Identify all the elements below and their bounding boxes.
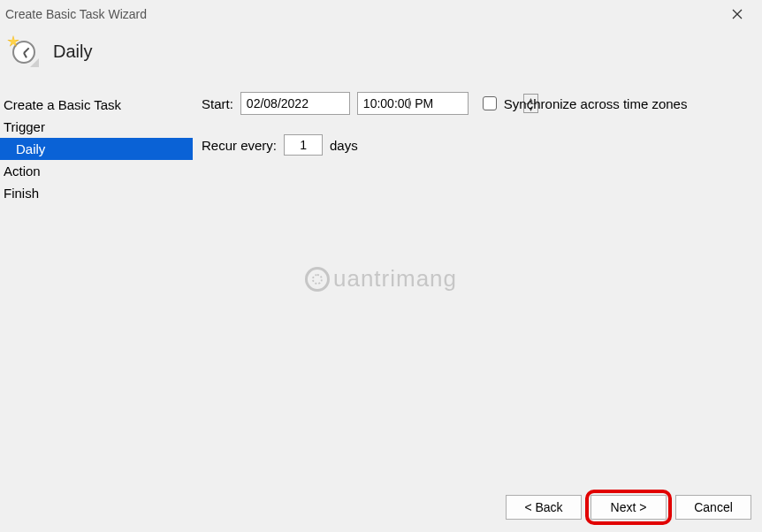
close-button[interactable] bbox=[720, 2, 755, 27]
wizard-header: Daily bbox=[0, 28, 762, 92]
next-button-highlight: Next > bbox=[591, 495, 667, 520]
sidebar-item-finish[interactable]: Finish bbox=[0, 182, 193, 204]
recur-unit: days bbox=[330, 138, 358, 153]
page-title: Daily bbox=[53, 42, 92, 62]
sync-checkbox[interactable] bbox=[483, 96, 497, 110]
titlebar: Create Basic Task Wizard bbox=[0, 0, 762, 28]
back-button[interactable]: < Back bbox=[506, 495, 582, 520]
wizard-sidebar: Create a Basic Task Trigger Daily Action… bbox=[0, 92, 193, 465]
cancel-button[interactable]: Cancel bbox=[675, 495, 751, 520]
calendar-icon bbox=[408, 98, 410, 109]
recur-label: Recur every: bbox=[202, 138, 277, 153]
wizard-content: Start: ▾ ▲ ▼ Synchronize across time zon… bbox=[193, 92, 762, 465]
sidebar-item-daily[interactable]: Daily bbox=[0, 138, 193, 160]
start-label: Start: bbox=[202, 96, 233, 111]
sidebar-item-action[interactable]: Action bbox=[0, 160, 193, 182]
sync-label: Synchronize across time zones bbox=[504, 96, 688, 111]
close-icon bbox=[732, 9, 743, 19]
recur-input[interactable] bbox=[284, 134, 323, 156]
window-title: Create Basic Task Wizard bbox=[5, 7, 720, 21]
sidebar-item-create-basic-task[interactable]: Create a Basic Task bbox=[0, 94, 193, 116]
wizard-footer: < Back Next > Cancel bbox=[0, 483, 762, 532]
wizard-body: Create a Basic Task Trigger Daily Action… bbox=[0, 92, 762, 465]
wizard-icon bbox=[9, 37, 37, 65]
start-time-field[interactable]: ▲ ▼ bbox=[357, 92, 469, 115]
next-button[interactable]: Next > bbox=[591, 495, 667, 520]
start-date-field[interactable]: ▾ bbox=[240, 92, 350, 115]
sidebar-item-trigger[interactable]: Trigger bbox=[0, 116, 193, 138]
recur-row: Recur every: days bbox=[202, 134, 753, 156]
wizard-window: Create Basic Task Wizard Daily Create a … bbox=[0, 0, 762, 532]
start-row: Start: ▾ ▲ ▼ Synchronize across time zon… bbox=[202, 92, 753, 115]
